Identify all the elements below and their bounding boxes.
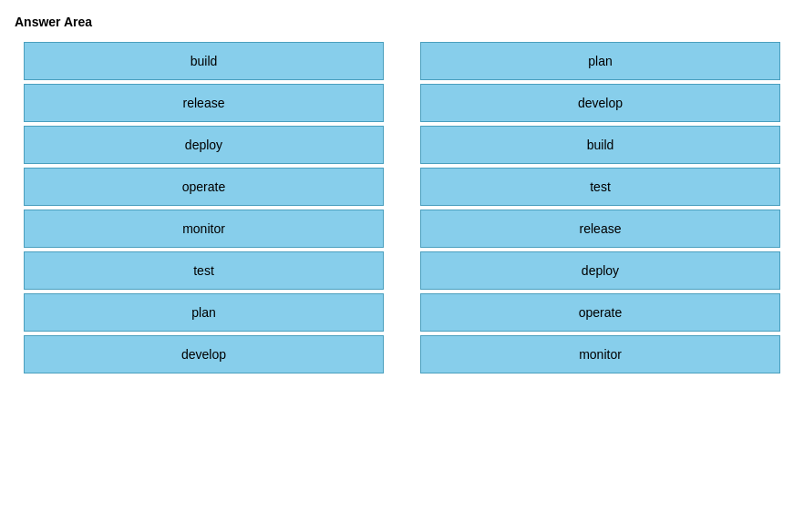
columns-container: buildreleasedeployoperatemonitortestplan…: [15, 42, 789, 373]
right-item-plan[interactable]: plan: [420, 42, 780, 80]
right-item-develop[interactable]: develop: [420, 84, 780, 122]
answer-area-section: Answer Area buildreleasedeployoperatemon…: [15, 15, 789, 373]
left-item-plan[interactable]: plan: [24, 293, 384, 332]
left-item-monitor[interactable]: monitor: [24, 210, 384, 248]
right-item-monitor[interactable]: monitor: [420, 335, 780, 373]
left-item-build[interactable]: build: [24, 42, 384, 80]
left-item-operate[interactable]: operate: [24, 168, 384, 206]
right-item-deploy[interactable]: deploy: [420, 251, 780, 290]
left-item-release[interactable]: release: [24, 84, 384, 122]
right-item-operate[interactable]: operate: [420, 293, 780, 332]
right-column: plandevelopbuildtestreleasedeployoperate…: [420, 42, 780, 373]
right-item-test[interactable]: test: [420, 168, 780, 206]
left-item-deploy[interactable]: deploy: [24, 126, 384, 164]
right-item-build[interactable]: build: [420, 126, 780, 164]
section-title: Answer Area: [15, 15, 789, 29]
right-item-release[interactable]: release: [420, 210, 780, 248]
left-item-develop[interactable]: develop: [24, 335, 384, 373]
left-column: buildreleasedeployoperatemonitortestplan…: [24, 42, 384, 373]
left-item-test[interactable]: test: [24, 251, 384, 290]
